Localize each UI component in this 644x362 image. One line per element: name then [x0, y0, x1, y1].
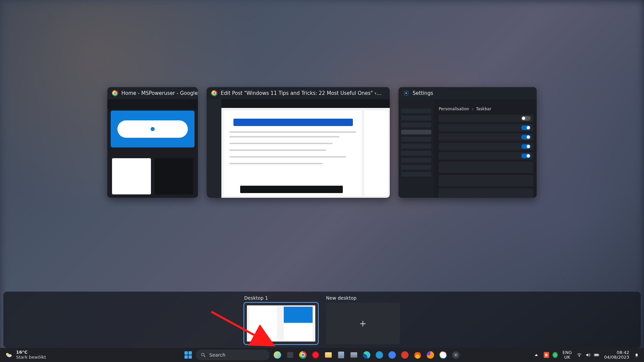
svg-line-5: [204, 356, 205, 357]
svg-rect-9: [599, 355, 599, 356]
svg-point-6: [455, 354, 457, 356]
search-icon: [201, 352, 206, 358]
taskview-window-chrome-editpost[interactable]: Edit Post "Windows 11 Tips and Tricks: 2…: [207, 87, 390, 198]
search-placeholder: Search: [209, 352, 225, 358]
flame-icon: [414, 351, 421, 359]
tray-volume[interactable]: [585, 352, 591, 358]
edge-icon: [363, 351, 370, 359]
tray-overflow[interactable]: [534, 352, 539, 358]
chrome-icon: [112, 90, 118, 96]
taskbar-app-telegram[interactable]: [374, 350, 384, 360]
speaker-icon: [585, 352, 591, 358]
svg-point-7: [579, 356, 580, 357]
taskbar: 16°C Stark bewölkt Search: [0, 348, 644, 362]
taskbar-clock[interactable]: 08:42 04/08/2023: [604, 350, 629, 360]
clock-time: 08:42: [604, 350, 629, 355]
telegram-icon: [376, 351, 383, 359]
taskbar-app-taskview[interactable]: [285, 350, 295, 360]
tray-app-brave[interactable]: B: [544, 352, 549, 358]
window-preview: [207, 99, 390, 198]
plus-icon: +: [326, 303, 400, 344]
taskbar-app-settings[interactable]: [451, 350, 461, 360]
taskbar-app-explorer[interactable]: [323, 350, 333, 360]
gear-icon: [403, 90, 409, 96]
tray-battery[interactable]: [594, 352, 599, 358]
new-desktop-label: New desktop: [326, 295, 400, 301]
window-title: Settings: [413, 90, 433, 96]
desktop-label: Desktop 1: [244, 295, 318, 301]
tray-wifi[interactable]: [577, 352, 582, 358]
tray-app-green[interactable]: [552, 352, 558, 358]
svg-rect-10: [595, 354, 598, 356]
taskbar-search[interactable]: Search: [196, 350, 270, 360]
window-preview: [107, 99, 198, 198]
svg-point-0: [406, 93, 407, 94]
taskview-window-settings[interactable]: Settings Personalisation › Taskbar: [398, 87, 537, 198]
chat-icon: [388, 351, 396, 359]
bell-icon: [634, 352, 639, 358]
windows-logo-icon: [184, 351, 192, 359]
taskview-icon: [287, 352, 293, 358]
taskbar-app-record[interactable]: [400, 350, 410, 360]
virtual-desktops-strip: Desktop 1 New desktop +: [3, 292, 641, 348]
calculator-icon: [338, 352, 344, 358]
weather-temp: 16°C: [16, 350, 46, 355]
window-preview: Personalisation › Taskbar: [398, 99, 537, 198]
copilot-icon: [274, 351, 281, 359]
system-tray: B ENG UK 08:42 04/08/2023: [534, 350, 639, 360]
language-indicator[interactable]: ENG UK: [562, 350, 572, 360]
battery-icon: [594, 353, 599, 357]
chrome-icon: [299, 351, 307, 359]
notifications-button[interactable]: [634, 352, 639, 358]
weather-desc: Stark bewölkt: [16, 355, 46, 360]
svg-point-3: [7, 354, 12, 357]
opera-icon: [312, 351, 319, 359]
clock-date: 04/08/2023: [604, 355, 629, 360]
taskbar-app-generic1[interactable]: [349, 350, 359, 360]
taskbar-app-slack[interactable]: [438, 350, 448, 360]
taskbar-app-copilot[interactable]: [272, 350, 282, 360]
taskbar-app-firefox[interactable]: [425, 350, 435, 360]
taskbar-app-edge[interactable]: [362, 350, 372, 360]
window-title: Edit Post "Windows 11 Tips and Tricks: 2…: [221, 90, 382, 96]
wifi-icon: [577, 352, 582, 358]
window-title: Home - MSPoweruser - Google Chrome: [121, 90, 198, 96]
new-desktop-button[interactable]: +: [326, 303, 400, 344]
taskbar-app-chrome[interactable]: [298, 350, 308, 360]
gear-icon: [452, 351, 460, 359]
start-button[interactable]: [183, 350, 193, 360]
status-icon: [552, 352, 558, 358]
brave-icon: B: [544, 352, 549, 358]
record-icon: [401, 351, 409, 359]
svg-point-4: [202, 353, 204, 356]
folder-icon: [325, 352, 332, 358]
chevron-up-icon: [535, 354, 538, 356]
taskbar-app-flame[interactable]: [413, 350, 423, 360]
app-icon: [351, 352, 357, 358]
weather-icon: [5, 351, 13, 359]
taskbar-app-opera[interactable]: [311, 350, 321, 360]
taskbar-center: Search: [183, 350, 461, 360]
weather-widget[interactable]: 16°C Stark bewölkt: [5, 350, 46, 360]
task-view-windows: Home - MSPoweruser - Google Chrome Edit …: [107, 87, 537, 198]
taskbar-app-chat[interactable]: [387, 350, 397, 360]
taskbar-app-calculator[interactable]: [336, 350, 346, 360]
desktop-1-thumbnail[interactable]: [244, 303, 318, 344]
settings-breadcrumb: Personalisation › Taskbar: [439, 107, 491, 111]
firefox-icon: [427, 351, 434, 359]
slack-icon: [439, 351, 447, 359]
taskview-window-chrome-home[interactable]: Home - MSPoweruser - Google Chrome: [107, 87, 198, 198]
chrome-icon: [211, 90, 217, 96]
